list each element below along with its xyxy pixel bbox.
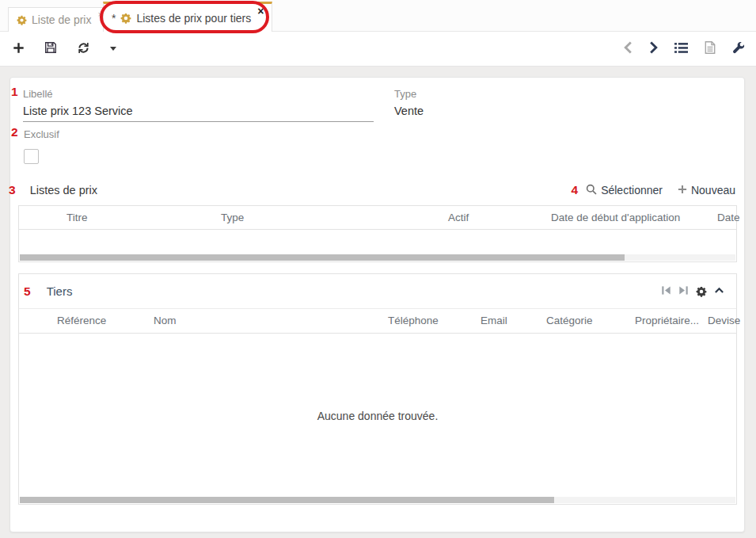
- price-lists-panel-title: Listes de prix: [30, 184, 97, 197]
- scrollbar-thumb[interactable]: [20, 497, 554, 503]
- tiers-panel-icons: [661, 285, 724, 298]
- prev-record-button[interactable]: [624, 41, 633, 56]
- column-header-telephone[interactable]: Téléphone: [388, 315, 439, 326]
- column-header-devise[interactable]: Devise: [708, 315, 740, 326]
- type-field-group: Type Vente: [394, 88, 424, 120]
- refresh-button[interactable]: [77, 41, 90, 57]
- wrench-icon: [732, 41, 745, 56]
- column-header-date[interactable]: Date: [717, 212, 740, 223]
- tools-button[interactable]: [732, 41, 745, 56]
- price-lists-table: Titre Type Actif Date de début d'applica…: [18, 205, 737, 262]
- gear-icon: [120, 13, 131, 24]
- column-header-reference[interactable]: Référence: [57, 315, 106, 326]
- column-header-titre[interactable]: Titre: [66, 212, 88, 223]
- toolbar-right: [624, 41, 745, 56]
- gear-icon: [696, 286, 707, 297]
- details-view-button[interactable]: [705, 41, 716, 56]
- annotation-marker-4: 4: [572, 184, 579, 197]
- price-lists-panel-header: 3 Listes de prix 4 Sélectionner Nouveau: [10, 179, 735, 201]
- toolbar: [0, 32, 756, 67]
- new-button[interactable]: Nouveau: [678, 184, 735, 197]
- save-icon: [44, 41, 57, 56]
- annotation-marker-3: 3: [9, 184, 16, 197]
- column-header-categorie[interactable]: Catégorie: [546, 315, 593, 326]
- tiers-panel: 5 Tiers Réfé: [18, 273, 737, 505]
- last-page-icon: [678, 285, 689, 298]
- unsaved-indicator: *: [112, 12, 116, 25]
- price-lists-panel-actions: 4 Sélectionner Nouveau: [573, 184, 736, 197]
- tab-liste-de-prix[interactable]: Liste de prix ×: [8, 7, 112, 32]
- libelle-input[interactable]: [23, 101, 374, 122]
- libelle-field-group: Libellé: [23, 88, 374, 122]
- toolbar-left: [13, 41, 116, 57]
- more-actions-dropdown[interactable]: [110, 47, 116, 51]
- column-header-proprietaire[interactable]: Propriétaire...: [635, 315, 699, 326]
- annotation-marker-2: 2: [11, 126, 18, 139]
- chevron-right-icon: [649, 41, 658, 56]
- tiers-table-empty-state: Aucune donnée trouvée.: [19, 334, 736, 498]
- search-icon: [586, 184, 597, 197]
- tab-label: Listes de prix pour tiers: [136, 12, 251, 25]
- close-icon[interactable]: ×: [97, 10, 102, 19]
- new-record-button[interactable]: [13, 42, 25, 56]
- type-value: Vente: [394, 101, 424, 120]
- close-icon[interactable]: ×: [257, 6, 264, 17]
- column-header-date-debut[interactable]: Date de début d'application: [551, 212, 680, 223]
- scrollbar-thumb[interactable]: [20, 254, 625, 261]
- chevron-up-icon: [714, 285, 724, 298]
- column-header-nom[interactable]: Nom: [154, 315, 177, 326]
- tab-listes-de-prix-pour-tiers[interactable]: * Listes de prix pour tiers ×: [103, 2, 272, 32]
- empty-message: Aucune donnée trouvée.: [317, 410, 439, 422]
- column-header-type[interactable]: Type: [221, 212, 244, 223]
- horizontal-scrollbar[interactable]: [20, 497, 735, 503]
- tiers-panel-title[interactable]: Tiers: [47, 284, 73, 298]
- annotation-marker-1: 1: [11, 86, 18, 98]
- save-button[interactable]: [44, 41, 57, 56]
- document-view-icon: [705, 41, 716, 56]
- tab-bar: Liste de prix × * Listes de prix pour ti…: [0, 0, 756, 32]
- tab-label: Liste de prix: [32, 13, 91, 26]
- form-card: 1 Libellé Type Vente 2 Exclusif 3 Listes…: [9, 77, 745, 532]
- list-view-button[interactable]: [674, 42, 688, 56]
- gear-icon: [17, 15, 27, 25]
- app-window: Liste de prix × * Listes de prix pour ti…: [0, 0, 756, 538]
- next-record-button[interactable]: [649, 41, 658, 56]
- price-lists-table-header: Titre Type Actif Date de début d'applica…: [19, 206, 736, 230]
- last-page-button[interactable]: [678, 285, 689, 298]
- panel-settings-button[interactable]: [696, 286, 707, 297]
- plus-icon: [678, 184, 687, 197]
- column-header-email[interactable]: Email: [481, 315, 507, 326]
- chevron-left-icon: [624, 41, 633, 56]
- select-button[interactable]: Sélectionner: [586, 184, 663, 197]
- caret-down-icon: [110, 47, 116, 51]
- column-header-actif[interactable]: Actif: [448, 212, 469, 223]
- tiers-table-header: Référence Nom Téléphone Email Catégorie …: [19, 309, 736, 334]
- exclusif-field-group: Exclusif: [24, 128, 59, 164]
- plus-icon: [13, 42, 25, 56]
- new-button-label: Nouveau: [691, 184, 735, 197]
- exclusif-checkbox[interactable]: [24, 149, 39, 164]
- first-page-icon: [661, 285, 671, 298]
- collapse-panel-button[interactable]: [714, 285, 724, 298]
- annotation-marker-5: 5: [24, 285, 31, 298]
- tiers-panel-header: 5 Tiers: [19, 274, 736, 309]
- list-view-icon: [674, 42, 688, 56]
- type-label: Type: [394, 88, 424, 101]
- exclusif-label: Exclusif: [24, 128, 59, 142]
- horizontal-scrollbar[interactable]: [20, 254, 735, 261]
- first-page-button[interactable]: [661, 285, 671, 298]
- select-button-label: Sélectionner: [601, 184, 663, 197]
- refresh-icon: [77, 41, 90, 57]
- libelle-label: Libellé: [23, 88, 374, 101]
